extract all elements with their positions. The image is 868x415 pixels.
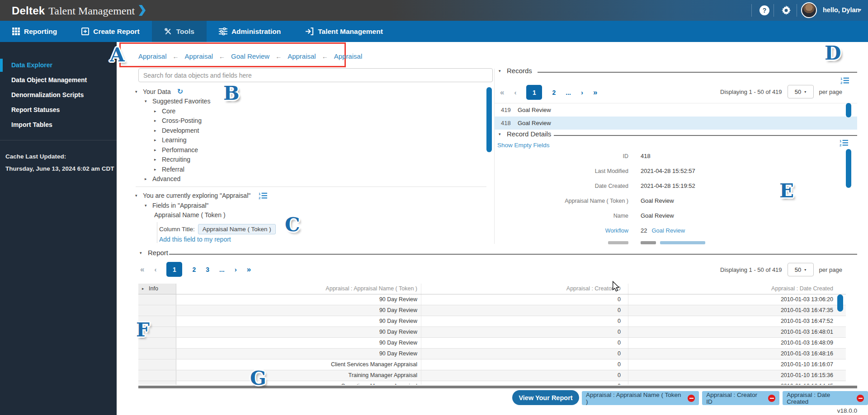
tree-item-recruiting[interactable]: ▸ Recruiting bbox=[135, 155, 210, 165]
record-details-header[interactable]: ▾ Record Details bbox=[499, 130, 551, 138]
tree-scrollbar[interactable] bbox=[486, 87, 492, 152]
refresh-icon[interactable]: ↻ bbox=[177, 87, 183, 96]
column-header-date-created[interactable]: Appraisal : Date Created bbox=[628, 284, 846, 294]
page-button-current[interactable]: 1 bbox=[166, 262, 182, 277]
nav-item-reporting[interactable]: Reporting bbox=[0, 21, 69, 42]
exploring-section: ▾ You are currently exploring "Appraisal… bbox=[135, 191, 267, 220]
table-row[interactable]: 90 Day Review 0 2010-01-03 16:48:01 bbox=[138, 327, 846, 338]
tree-item-referral[interactable]: ▸ Referral bbox=[135, 164, 210, 174]
breadcrumb-link[interactable]: Appraisal bbox=[185, 52, 213, 60]
last-page-button[interactable]: » bbox=[593, 88, 597, 97]
table-row[interactable]: 90 Day Review 0 2010-01-03 16:48:16 bbox=[138, 349, 846, 359]
annotation-letter-b: B bbox=[223, 84, 240, 103]
nav-item-talent-management[interactable]: Talent Management bbox=[293, 21, 395, 42]
table-row[interactable]: 90 Day Review 0 2010-01-03 13:06:20 bbox=[138, 294, 846, 305]
exploring-title-row[interactable]: ▾ You are currently exploring "Appraisal… bbox=[135, 191, 267, 201]
breadcrumb-link[interactable]: Appraisal bbox=[288, 52, 316, 60]
table-row[interactable]: Client Services Manager Appraisal 0 2010… bbox=[138, 359, 846, 370]
user-menu-caret-icon[interactable]: ▾ bbox=[859, 7, 861, 12]
column-header-appraisal-name[interactable]: Appraisal : Appraisal Name ( Token ) bbox=[176, 284, 421, 294]
records-scrollbar[interactable] bbox=[846, 103, 851, 117]
record-row-selected[interactable]: 418 Goal Review bbox=[494, 117, 857, 130]
version-label: v18.0.0 bbox=[837, 407, 857, 414]
nav-item-tools[interactable]: Tools bbox=[152, 21, 207, 42]
field-value: 2021-04-28 15:52:57 bbox=[641, 168, 695, 174]
field-name-row[interactable]: Appraisal Name ( Token ) bbox=[135, 210, 267, 220]
next-page-button[interactable]: › bbox=[235, 266, 237, 273]
add-field-link[interactable]: Add this field to my report bbox=[159, 236, 231, 243]
breadcrumb-link[interactable]: Appraisal bbox=[138, 52, 167, 60]
numbered-list-icon[interactable]: 12 bbox=[840, 139, 848, 146]
prev-page-button[interactable]: ‹ bbox=[154, 266, 156, 273]
report-header[interactable]: ▾ Report bbox=[140, 249, 168, 256]
numbered-list-icon[interactable]: 12 bbox=[840, 77, 849, 84]
tree-item-development[interactable]: ▸ Development bbox=[135, 126, 210, 135]
table-row[interactable]: 90 Day Review 0 2010-01-03 16:47:35 bbox=[138, 305, 846, 316]
field-name: Appraisal Name ( Token ) bbox=[154, 211, 226, 219]
tree-label: Learning bbox=[162, 136, 187, 144]
tree-label: Advanced bbox=[152, 175, 180, 182]
show-empty-fields-link[interactable]: Show Empty Fields bbox=[497, 142, 550, 149]
tree-item-performance[interactable]: ▸ Performance bbox=[135, 145, 210, 155]
first-page-button[interactable]: « bbox=[500, 88, 504, 97]
sidebar-item-report-statuses[interactable]: Report Statuses bbox=[0, 103, 117, 117]
brand-product: Talent Management bbox=[48, 5, 135, 17]
tree-item-core[interactable]: ▸ Core bbox=[135, 106, 210, 116]
chip-appraisal-name[interactable]: Appraisal : Appraisal Name ( Token ) bbox=[582, 391, 699, 405]
header-divider bbox=[797, 4, 797, 17]
column-header-creator-id[interactable]: Appraisal : Creator ID bbox=[421, 284, 628, 294]
next-page-button[interactable]: › bbox=[581, 89, 583, 96]
numbered-list-icon[interactable]: 12 bbox=[259, 192, 267, 199]
gear-icon[interactable] bbox=[781, 5, 791, 15]
sidebar-item-data-explorer[interactable]: Data Explorer bbox=[0, 58, 117, 73]
page-button[interactable]: 2 bbox=[192, 266, 196, 273]
pane-divider bbox=[136, 187, 486, 187]
cell-creator: 0 bbox=[421, 349, 628, 359]
nav-item-administration[interactable]: Administration bbox=[207, 21, 293, 42]
breadcrumb-link[interactable]: Appraisal bbox=[334, 52, 363, 60]
sidebar-item-import-tables[interactable]: Import Tables bbox=[0, 117, 117, 132]
page-button-current[interactable]: 1 bbox=[526, 85, 542, 100]
prev-page-button[interactable]: ‹ bbox=[514, 89, 516, 96]
sidebar-item-denormalization-scripts[interactable]: Denormalization Scripts bbox=[0, 88, 117, 103]
column-title-input[interactable]: Appraisal Name ( Token ) bbox=[198, 224, 276, 234]
info-header-cell[interactable]: ▸ Info bbox=[138, 284, 176, 294]
chip-date-created[interactable]: Appraisal : Date Created bbox=[783, 391, 868, 405]
fields-in-row[interactable]: ▾ Fields in "Appraisal" bbox=[135, 201, 267, 210]
user-greeting[interactable]: hello, Dylan bbox=[823, 6, 859, 14]
page-size-select[interactable]: 50 ▾ bbox=[788, 263, 814, 276]
records-header[interactable]: ▾ Records bbox=[499, 67, 532, 75]
user-avatar[interactable] bbox=[801, 2, 817, 18]
table-scrollbar[interactable] bbox=[837, 294, 843, 312]
tree-item-advanced[interactable]: ▸ Advanced bbox=[135, 174, 210, 184]
first-page-button[interactable]: « bbox=[140, 265, 144, 274]
remove-field-icon[interactable] bbox=[857, 395, 864, 402]
last-page-button[interactable]: » bbox=[247, 265, 251, 274]
table-row[interactable]: 90 Day Review 0 2010-01-03 16:48:09 bbox=[138, 338, 846, 349]
record-row[interactable]: 419 Goal Review bbox=[494, 103, 857, 117]
help-icon[interactable]: ? bbox=[760, 5, 769, 15]
tree-item-learning[interactable]: ▸ Learning bbox=[135, 135, 210, 145]
table-row-clipped[interactable]: Operations Manager Appraisal 0 2010-01-1… bbox=[138, 381, 846, 385]
table-row[interactable]: 90 Day Review 0 2010-01-03 16:47:52 bbox=[138, 316, 846, 327]
nav-item-create-report[interactable]: Create Report bbox=[69, 21, 152, 42]
chip-creator-id[interactable]: Appraisal : Creator ID bbox=[702, 391, 779, 405]
breadcrumb-link[interactable]: Goal Review bbox=[231, 52, 269, 60]
record-details-scrollbar[interactable] bbox=[846, 149, 851, 188]
field-label-link[interactable]: Workflow bbox=[497, 228, 628, 234]
sidebar-item-data-object-management[interactable]: Data Object Management bbox=[0, 73, 117, 88]
cell-name: 90 Day Review bbox=[176, 349, 421, 359]
remove-field-icon[interactable] bbox=[768, 395, 775, 402]
tree-item-suggested-favorites[interactable]: ▾ Suggested Favorites bbox=[135, 97, 210, 107]
page-button[interactable]: 3 bbox=[206, 266, 209, 273]
field-value-link[interactable]: Goal Review bbox=[651, 227, 685, 234]
search-input[interactable] bbox=[138, 68, 493, 82]
chevron-down-icon: ▾ bbox=[140, 251, 144, 255]
tree-item-cross-posting[interactable]: ▸ Cross-Posting bbox=[135, 116, 210, 126]
table-row[interactable]: Training Manager Appraisal 0 2010-01-10 … bbox=[138, 370, 846, 381]
remove-field-icon[interactable] bbox=[688, 395, 695, 402]
page-size-select[interactable]: 50 ▾ bbox=[788, 85, 814, 98]
tree-item-your-data[interactable]: ▾ Your Data ↻ bbox=[135, 87, 210, 97]
view-your-report-button[interactable]: View Your Report bbox=[512, 390, 579, 405]
page-button[interactable]: 2 bbox=[552, 89, 556, 96]
